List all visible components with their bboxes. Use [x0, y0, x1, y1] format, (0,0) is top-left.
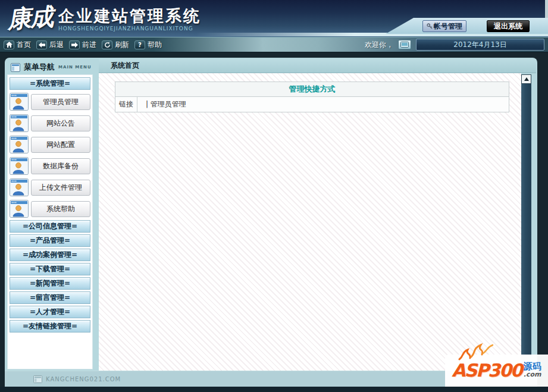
nav-refresh-button[interactable]: 刷新: [102, 40, 129, 50]
asp300-watermark: ASP300 源码 .com: [445, 355, 548, 387]
nav-back-label: 后退: [49, 40, 64, 50]
sidebar-section-cases[interactable]: =成功案例管理=: [10, 249, 90, 261]
sidebar-item-system-help[interactable]: 系统帮助: [10, 199, 90, 219]
sidebar-menu: =系统管理= 管理员管理 网站公告 网: [7, 74, 93, 369]
nav-refresh-label: 刷新: [115, 40, 129, 50]
user-window-icon: [10, 157, 29, 175]
scroll-up-button[interactable]: [521, 74, 531, 84]
link-row-label: 链接: [115, 97, 137, 112]
sidebar-subtitle: MAIN MENU: [58, 65, 92, 70]
arrow-right-icon: [69, 40, 80, 49]
date-display: 2012年4月13日: [416, 39, 544, 51]
user-window-icon: [10, 178, 29, 196]
sidebar-item-label: 系统帮助: [31, 201, 90, 217]
logo-script-text: 康成: [6, 1, 53, 35]
sidebar-item-label: 网站配置: [31, 137, 90, 153]
nav-help-button[interactable]: ? 帮助: [134, 40, 162, 50]
main-panel: 菜单导航 MAIN MENU =系统管理= 管理员管理 网站公告: [5, 58, 537, 387]
asp300-domain-text: .com: [524, 371, 541, 378]
admin-manage-link[interactable]: | 管理员管理: [146, 99, 186, 109]
sidebar: 菜单导航 MAIN MENU =系统管理= 管理员管理 网站公告: [7, 60, 94, 369]
sidebar-section-products[interactable]: =产品管理=: [10, 234, 90, 247]
nav-forward-button[interactable]: 前进: [69, 40, 96, 50]
logout-label: 退出系统: [494, 21, 522, 32]
welcome-text: 欢迎你，: [365, 40, 393, 50]
tab-system-home[interactable]: 系统首页: [99, 61, 139, 71]
sidebar-item-label: 网站公告: [31, 115, 90, 131]
sidebar-item-db-backup[interactable]: 数据库备份: [10, 156, 90, 176]
sidebar-section-talent[interactable]: =人才管理=: [10, 306, 90, 318]
nav-home-label: 首页: [17, 40, 31, 50]
sidebar-item-upload-files[interactable]: 上传文件管理: [10, 177, 90, 197]
monitor-icon: [398, 40, 411, 49]
table-row: 链接 | 管理员管理: [115, 97, 509, 112]
logout-button[interactable]: 退出系统: [487, 20, 530, 32]
app-subtitle: HONGSHENGQIYEJIANZHANGUANLIXITONG: [58, 26, 201, 32]
sidebar-item-label: 管理员管理: [31, 94, 90, 110]
logo: 康成 企业建站管理系统 HONGSHENGQIYEJIANZHANGUANLIX…: [7, 2, 201, 33]
refresh-icon: [102, 40, 112, 49]
content-scrollbar[interactable]: [521, 74, 531, 356]
sidebar-item-label: 上传文件管理: [31, 180, 90, 196]
content-area: 管理快捷方式 链接 | 管理员管理: [99, 73, 521, 371]
sidebar-header: 菜单导航 MAIN MENU: [7, 60, 94, 74]
sidebar-section-links[interactable]: =友情链接管理=: [10, 320, 90, 333]
sidebar-item-label: 数据库备份: [31, 158, 90, 174]
navbar-actions: 首页 后退 前进 刷新 ?: [0, 40, 167, 50]
user-window-icon: [10, 200, 29, 218]
account-manage-button[interactable]: 帐号管理: [422, 20, 466, 32]
footer-window-icon: [33, 375, 42, 383]
sidebar-item-site-config[interactable]: 网站配置: [10, 134, 90, 155]
link-row-value: | 管理员管理: [137, 97, 509, 112]
header: 康成 企业建站管理系统 HONGSHENGQIYEJIANZHANGUANLIX…: [0, 0, 548, 37]
nav-back-button[interactable]: 后退: [36, 40, 64, 50]
triangle-up-icon: [524, 77, 529, 81]
menu-window-icon: [11, 63, 20, 72]
app-window: 康成 企业建站管理系统 HONGSHENGQIYEJIANZHANGUANLIX…: [0, 0, 548, 392]
bottom-strip: [0, 387, 548, 392]
content-tabbar: 系统首页: [99, 59, 536, 73]
sidebar-section-system[interactable]: =系统管理=: [10, 77, 90, 90]
header-button-tray: 帐号管理 退出系统: [386, 18, 548, 34]
home-icon: [4, 40, 14, 49]
sidebar-item-site-notice[interactable]: 网站公告: [10, 113, 90, 133]
quick-links-table: 管理快捷方式 链接 | 管理员管理: [115, 81, 509, 112]
scrollbar-track[interactable]: [521, 84, 531, 356]
sidebar-section-company-info[interactable]: =公司信息管理=: [10, 220, 90, 233]
nav-home-button[interactable]: 首页: [4, 40, 31, 50]
help-icon: ?: [134, 40, 145, 49]
edge-strip: [545, 0, 548, 18]
table-title: 管理快捷方式: [115, 82, 509, 97]
asp300-brand-text: ASP300: [452, 362, 521, 380]
navbar: 首页 后退 前进 刷新 ?: [0, 37, 548, 52]
sidebar-section-news[interactable]: =新闻管理=: [10, 277, 90, 290]
nav-help-label: 帮助: [148, 40, 162, 50]
sidebar-item-admin-manage[interactable]: 管理员管理: [10, 92, 90, 112]
flame-icon: [456, 341, 497, 362]
sidebar-section-messages[interactable]: =留言管理=: [10, 291, 90, 304]
user-window-icon: [10, 114, 29, 132]
account-manage-label: 帐号管理: [434, 21, 462, 32]
nav-forward-label: 前进: [82, 40, 96, 50]
arrow-left-icon: [36, 40, 47, 49]
app-title: 企业建站管理系统: [58, 7, 201, 25]
navbar-status: 欢迎你， 2012年4月13日: [365, 39, 548, 51]
key-icon: [427, 23, 433, 29]
asp300-suffix-text: 源码: [524, 363, 541, 371]
sidebar-title: 菜单导航: [24, 62, 55, 73]
footer-site-text: KANGCHENG021.COM: [46, 376, 121, 382]
sidebar-section-downloads[interactable]: =下载管理=: [10, 263, 90, 275]
user-window-icon: [10, 93, 29, 111]
user-window-icon: [10, 136, 29, 153]
